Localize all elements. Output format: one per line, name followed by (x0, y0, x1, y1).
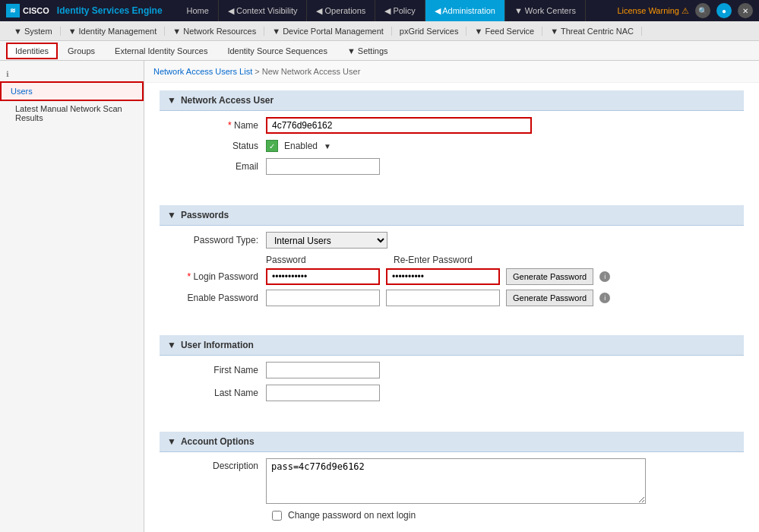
license-warn-text: License Warning ⚠ (617, 6, 689, 16)
breadcrumb-current: New Network Access User (262, 67, 361, 76)
license-warning[interactable]: License Warning ⚠ (617, 6, 689, 16)
last-name-label: Last Name (167, 388, 266, 398)
user-info-section-header[interactable]: ▼ User Information (160, 335, 744, 356)
enable-reenter-input[interactable] (386, 290, 500, 306)
description-label: Description (167, 458, 266, 471)
change-password-row: Change password on next login (160, 510, 744, 521)
ise-title: Identity Services Engine (57, 5, 163, 16)
sidebar-item-users[interactable]: Users (0, 81, 144, 101)
nav-operations[interactable]: ◀ Operations (307, 0, 375, 21)
email-label: Email (167, 161, 266, 172)
nav-network-resources[interactable]: ▼ Network Resources (165, 27, 264, 36)
nav-work-centers[interactable]: ▼ Work Centers (505, 0, 586, 21)
sidebar-latest-scan[interactable]: Latest Manual Network Scan Results (0, 101, 144, 125)
first-name-input[interactable] (266, 362, 380, 378)
status-checkbox[interactable]: ✓ (266, 140, 278, 152)
enable-password-label: Enable Password (167, 293, 266, 303)
network-section-title: Network Access User (181, 95, 274, 106)
passwords-section-title: Passwords (181, 210, 229, 220)
sidebar: ℹ Users Latest Manual Network Scan Resul… (0, 61, 144, 532)
passwords-section: ▼ Passwords Password Type: Internal User… (144, 198, 759, 318)
pw-col-header-reenter: Re-Enter Password (394, 255, 515, 265)
enable-password-inputs: Generate Password i (266, 290, 610, 306)
nav-context[interactable]: ◀ Context Visibility (219, 0, 308, 21)
settings-icon-btn[interactable]: ● (716, 3, 732, 18)
enable-password-row: Enable Password Generate Password i (160, 290, 744, 306)
email-input[interactable] (266, 158, 380, 175)
user-info-title: User Information (181, 340, 254, 350)
first-name-label: First Name (167, 365, 266, 375)
login-reenter-input[interactable] (386, 268, 500, 285)
sidebar-scan-label: Latest Manual Network Scan Results (15, 104, 122, 122)
password-type-label: Password Type: (167, 235, 266, 245)
passwords-section-arrow: ▼ (167, 210, 176, 220)
top-nav-menu: Home ◀ Context Visibility ◀ Operations ◀… (178, 0, 586, 21)
main-layout: ℹ Users Latest Manual Network Scan Resul… (0, 61, 759, 532)
passwords-section-header[interactable]: ▼ Passwords (160, 205, 744, 226)
network-access-user-section: ▼ Network Access User Name Status ✓ Enab… (144, 83, 759, 188)
login-password-inputs: Generate Password i (266, 268, 610, 285)
nav-pxgrid[interactable]: pxGrid Services (392, 27, 467, 36)
login-pw-info-icon: i (599, 271, 610, 282)
network-section-header[interactable]: ▼ Network Access User (160, 90, 744, 111)
nav-feed-service[interactable]: ▼ Feed Service (466, 27, 542, 36)
account-options-header[interactable]: ▼ Account Options (160, 432, 744, 452)
last-name-input[interactable] (266, 385, 380, 401)
tab-identity-source[interactable]: Identity Source Sequences (217, 41, 337, 60)
nav-threat-centric[interactable]: ▼ Threat Centric NAC (542, 27, 642, 36)
enable-password-input[interactable] (266, 290, 380, 306)
status-value: Enabled (284, 141, 318, 151)
login-password-label: Login Password (167, 271, 266, 282)
nav-device-portal[interactable]: ▼ Device Portal Management (264, 27, 392, 36)
nav-administration[interactable]: ◀ Administration (425, 0, 505, 21)
name-row: Name (160, 117, 744, 134)
description-input[interactable]: pass=4c776d9e6162 (266, 458, 646, 504)
first-name-row: First Name (160, 362, 744, 378)
email-row: Email (160, 158, 744, 175)
enable-pw-info-icon: i (599, 293, 610, 303)
cisco-logo: ≋ CISCO (6, 4, 49, 17)
nav-system[interactable]: ▼ System (6, 27, 61, 36)
user-info-section: ▼ User Information First Name Last Name (144, 328, 759, 415)
search-icon-btn[interactable]: 🔍 (695, 3, 710, 18)
tab-groups[interactable]: Groups (58, 41, 105, 60)
login-password-input[interactable] (266, 268, 380, 285)
cisco-label: CISCO (23, 6, 49, 15)
tab-identities[interactable]: Identities (6, 43, 58, 59)
tab-bar: Identities Groups External Identity Sour… (0, 41, 759, 61)
pw-col-headers: Password Re-Enter Password (160, 255, 744, 265)
login-generate-button[interactable]: Generate Password (506, 268, 593, 285)
status-row: Status ✓ Enabled ▼ (160, 140, 744, 152)
network-section-arrow: ▼ (167, 95, 176, 106)
close-icon-btn[interactable]: ✕ (738, 3, 753, 18)
pw-col-header-password: Password (266, 255, 387, 265)
breadcrumb-link[interactable]: Network Access Users List (153, 67, 252, 76)
top-bar-right: License Warning ⚠ 🔍 ● ✕ (617, 3, 753, 18)
nav-policy[interactable]: ◀ Policy (375, 0, 425, 21)
cisco-icon: ≋ (6, 4, 20, 17)
change-password-checkbox[interactable] (272, 511, 282, 521)
tab-settings[interactable]: ▼ Settings (337, 41, 398, 60)
status-dropdown-arrow[interactable]: ▼ (324, 142, 331, 150)
password-type-select[interactable]: Internal Users (266, 232, 387, 249)
info-icon: ℹ (6, 70, 9, 78)
nav-identity-mgmt[interactable]: ▼ Identity Management (61, 27, 166, 36)
enable-generate-button[interactable]: Generate Password (506, 290, 593, 306)
user-info-arrow: ▼ (167, 340, 176, 350)
nav-home[interactable]: Home (178, 0, 219, 21)
status-control: ✓ Enabled ▼ (266, 140, 331, 152)
name-input[interactable] (266, 117, 532, 134)
password-type-row: Password Type: Internal Users (160, 232, 744, 249)
second-nav-bar: ▼ System ▼ Identity Management ▼ Network… (0, 21, 759, 41)
account-options-arrow: ▼ (167, 436, 176, 447)
login-password-row: Login Password Generate Password i (160, 268, 744, 285)
account-options-title: Account Options (181, 436, 255, 447)
description-row: Description pass=4c776d9e6162 (160, 458, 744, 504)
account-options-section: ▼ Account Options Description pass=4c776… (144, 424, 759, 532)
sidebar-users-label: Users (11, 87, 33, 96)
top-icons-group: 🔍 ● ✕ (695, 3, 753, 18)
status-label: Status (167, 141, 266, 151)
breadcrumb-separator: > (255, 67, 261, 76)
top-nav-bar: ≋ CISCO Identity Services Engine Home ◀ … (0, 0, 759, 21)
tab-external-identity[interactable]: External Identity Sources (105, 41, 217, 60)
